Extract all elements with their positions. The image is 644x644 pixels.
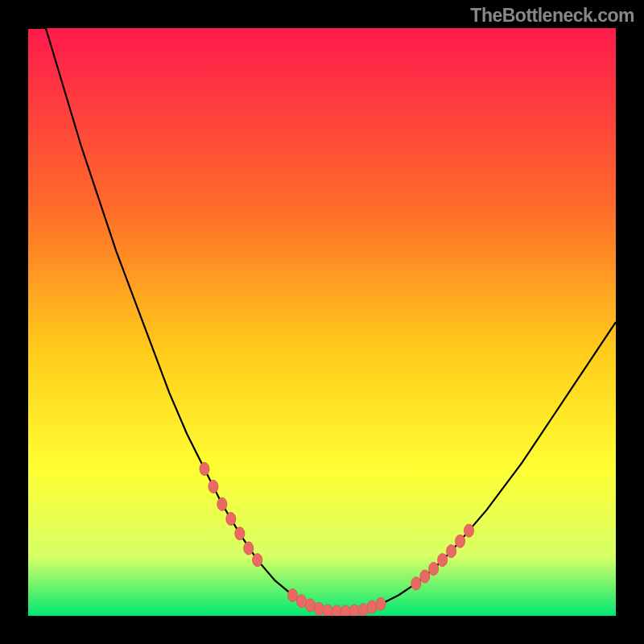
data-marker [244, 542, 254, 555]
data-marker [208, 480, 218, 493]
data-marker [411, 577, 421, 590]
data-marker [447, 545, 456, 558]
data-marker [429, 563, 439, 576]
data-marker [288, 588, 298, 601]
data-marker [296, 595, 306, 608]
watermark-text: TheBottleneck.com [470, 5, 634, 27]
data-marker [217, 497, 227, 510]
data-marker [438, 554, 448, 567]
data-marker [358, 604, 368, 616]
data-marker [456, 535, 465, 547]
data-marker [464, 524, 474, 537]
data-marker [323, 605, 332, 616]
data-marker [332, 605, 341, 616]
plot-area [28, 28, 616, 616]
chart-frame: TheBottleneck.com [0, 0, 644, 644]
data-marker [235, 527, 245, 540]
data-marker [314, 602, 324, 615]
data-marker [349, 605, 359, 616]
data-marker [305, 599, 315, 612]
data-marker [253, 554, 262, 567]
data-marker [376, 597, 386, 610]
data-marker [200, 463, 209, 476]
data-marker [226, 513, 236, 526]
plot-svg [28, 28, 616, 616]
gradient-background [28, 28, 616, 616]
data-marker [367, 601, 377, 613]
data-marker [341, 605, 350, 616]
data-marker [420, 570, 430, 583]
